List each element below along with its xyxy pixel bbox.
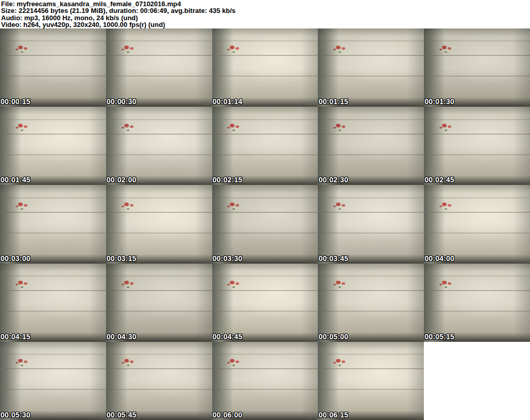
timestamp-label: 00:01:30 [424,97,454,106]
video-thumbnail: 00:00:15 [0,28,106,107]
timestamp-label: 00:02:45 [424,176,454,184]
timestamp-label: 00:06:00 [213,411,243,419]
video-thumbnail: 00:01:14 [212,28,318,107]
timestamp-label: 00:04:15 [1,332,31,341]
file-metadata-header: File: myfreecams_kasandra_mils_female_07… [0,0,530,28]
timestamp-label: 00:03:30 [213,254,243,263]
video-thumbnail: 00:03:00 [0,185,106,263]
timestamp-label: 00:01:14 [213,97,243,106]
thumbnail-placeholder [318,107,424,185]
video-thumbnail: 00:01:15 [318,28,424,107]
thumbnail-grid: 00:00:1500:00:3000:01:1400:01:1500:01:30… [0,28,530,420]
video-thumbnail: 00:02:00 [106,107,212,185]
video-thumbnail: 00:04:45 [212,264,318,342]
thumbnail-placeholder [106,107,212,185]
thumbnail-placeholder [318,185,424,263]
audio-info-line: Audio: mp3, 16000 Hz, mono, 24 kb/s (und… [1,15,530,21]
thumbnail-placeholder [424,185,530,263]
timestamp-label: 00:05:00 [318,332,348,341]
thumbnail-placeholder [424,107,530,185]
timestamp-label: 00:02:30 [318,176,348,184]
thumbnail-placeholder [212,107,318,185]
timestamp-label: 00:02:15 [213,176,243,184]
video-thumbnail: 00:05:00 [318,264,424,342]
video-thumbnail: 00:04:30 [106,264,212,342]
thumbnail-placeholder [318,264,424,342]
video-thumbnail: 00:05:45 [106,342,212,420]
video-thumbnail: 00:03:15 [106,185,212,263]
thumbnail-placeholder [212,264,318,342]
thumbnail-placeholder [0,185,106,263]
timestamp-label: 00:05:30 [1,411,31,419]
timestamp-label: 00:01:45 [1,176,31,184]
timestamp-label: 00:05:45 [107,411,137,419]
video-thumbnail: 00:02:45 [424,107,530,185]
timestamp-label: 00:00:15 [1,97,31,106]
file-name-line: File: myfreecams_kasandra_mils_female_07… [1,1,530,7]
thumbnail-placeholder [106,185,212,263]
thumbnail-placeholder [0,107,106,185]
video-thumbnail: 00:00:30 [106,28,212,107]
thumbnail-placeholder [424,28,530,107]
timestamp-label: 00:03:45 [318,254,348,263]
video-thumbnail: 00:06:00 [212,342,318,420]
timestamp-label: 00:05:15 [424,332,454,341]
timestamp-label: 00:04:45 [213,332,243,341]
thumbnail-placeholder [212,185,318,263]
video-thumbnail: 00:01:45 [0,107,106,185]
video-thumbnail: 00:06:15 [318,342,424,420]
thumbnail-placeholder [0,342,106,420]
video-thumbnail: 00:03:45 [318,185,424,263]
thumbnail-placeholder [106,264,212,342]
thumbnail-placeholder [212,28,318,107]
video-thumbnail: 00:04:00 [424,185,530,263]
thumbnail-placeholder [318,342,424,420]
video-thumbnail: 00:04:15 [0,264,106,342]
thumbnail-placeholder [106,28,212,107]
timestamp-label: 00:04:00 [424,254,454,263]
timestamp-label: 00:03:00 [1,254,31,263]
video-info-line: Video: h264, yuv420p, 320x240, 1000.00 f… [1,21,530,28]
thumbnail-placeholder [0,28,106,107]
video-thumbnail: 00:01:30 [424,28,530,107]
timestamp-label: 00:06:15 [318,411,348,419]
timestamp-label: 00:01:15 [318,97,348,106]
video-thumbnail: 00:02:15 [212,107,318,185]
file-size-line: Size: 22214456 bytes (21.19 MiB), durati… [1,7,530,14]
thumbnail-placeholder [318,28,424,107]
thumbnail-placeholder [106,342,212,420]
timestamp-label: 00:02:00 [107,176,137,184]
timestamp-label: 00:04:30 [107,332,137,341]
thumbnail-placeholder [424,264,530,342]
thumbnail-placeholder [212,342,318,420]
video-thumbnail: 00:02:30 [318,107,424,185]
video-thumbnail: 00:05:15 [424,264,530,342]
timestamp-label: 00:03:15 [107,254,137,263]
video-thumbnail: 00:05:30 [0,342,106,420]
timestamp-label: 00:00:30 [107,97,137,106]
thumbnail-placeholder [0,264,106,342]
video-thumbnail: 00:03:30 [212,185,318,263]
